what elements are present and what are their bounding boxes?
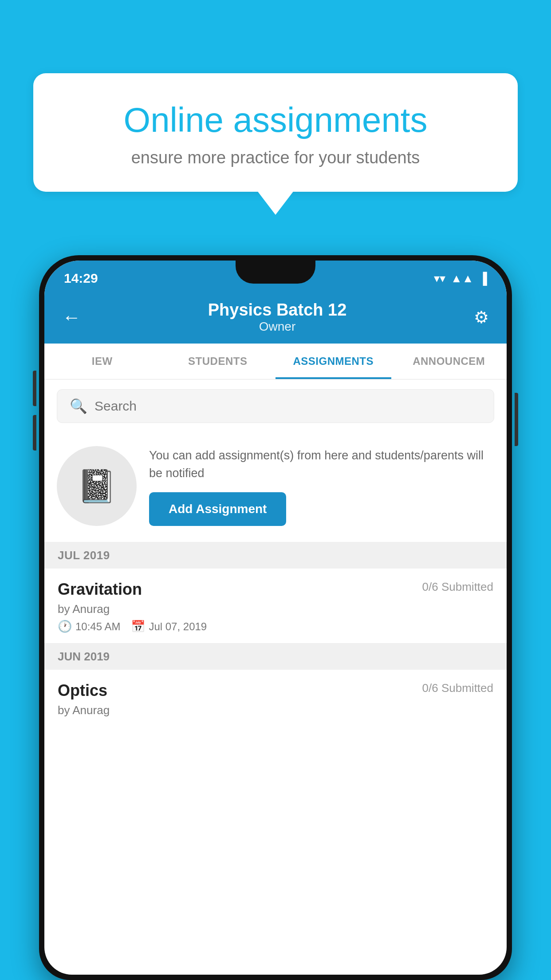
search-icon: 🔍 <box>70 398 87 415</box>
time-value: 10:45 AM <box>75 620 120 633</box>
clock-icon: 🕐 <box>58 620 72 633</box>
wifi-icon: ▾▾ <box>434 272 445 285</box>
battery-icon: ▐ <box>479 272 487 285</box>
volume-up-button[interactable] <box>33 371 36 406</box>
bubble-title: Online assignments <box>64 100 487 140</box>
back-button[interactable]: ← <box>62 307 81 328</box>
tabs-bar: IEW STUDENTS ASSIGNMENTS ANNOUNCEM <box>44 344 507 379</box>
content-area: 🔍 📓 You can add assignment(s) from here … <box>44 379 507 727</box>
phone-screen: 14:29 ▾▾ ▲▲ ▐ ← Physics Batch 12 Owner ⚙… <box>44 261 507 975</box>
assignment-name: Gravitation <box>58 580 142 599</box>
optics-submitted: 0/6 Submitted <box>422 681 493 700</box>
header-subtitle: Owner <box>208 320 347 334</box>
tab-announcements[interactable]: ANNOUNCEM <box>391 344 507 379</box>
power-button[interactable] <box>515 393 518 446</box>
phone-frame: 14:29 ▾▾ ▲▲ ▐ ← Physics Batch 12 Owner ⚙… <box>39 255 512 980</box>
optics-row-top: Optics 0/6 Submitted <box>58 681 493 700</box>
promo-description: You can add assignment(s) from here and … <box>149 447 494 482</box>
status-icons: ▾▾ ▲▲ ▐ <box>434 272 487 285</box>
bubble-subtitle: ensure more practice for your students <box>64 148 487 167</box>
date-value: Jul 07, 2019 <box>149 620 207 633</box>
jun-section-header: JUN 2019 <box>44 644 507 670</box>
optics-name: Optics <box>58 681 107 700</box>
promo-block: 📓 You can add assignment(s) from here an… <box>44 433 507 542</box>
speech-bubble-card: Online assignments ensure more practice … <box>33 73 518 192</box>
assignment-icon-circle: 📓 <box>57 446 137 526</box>
search-bar[interactable]: 🔍 <box>57 389 494 423</box>
volume-down-button[interactable] <box>33 415 36 450</box>
speech-bubble: Online assignments ensure more practice … <box>33 73 518 192</box>
search-bar-wrapper: 🔍 <box>44 379 507 433</box>
gravitation-assignment[interactable]: Gravitation 0/6 Submitted by Anurag 🕐 10… <box>44 569 507 644</box>
add-assignment-button[interactable]: Add Assignment <box>149 492 286 526</box>
signal-icon: ▲▲ <box>451 272 473 285</box>
tab-iew[interactable]: IEW <box>44 344 160 379</box>
optics-assignment[interactable]: Optics 0/6 Submitted by Anurag <box>44 670 507 727</box>
assignment-meta: 🕐 10:45 AM 📅 Jul 07, 2019 <box>58 620 493 633</box>
calendar-icon: 📅 <box>131 620 145 633</box>
header-title: Physics Batch 12 <box>208 300 347 320</box>
phone-notch <box>236 261 315 284</box>
status-time: 14:29 <box>64 271 98 286</box>
assignment-submitted: 0/6 Submitted <box>422 580 493 594</box>
assignment-time: 🕐 10:45 AM <box>58 620 120 633</box>
app-header: ← Physics Batch 12 Owner ⚙ <box>44 292 507 344</box>
settings-icon[interactable]: ⚙ <box>474 308 489 327</box>
assignment-author: by Anurag <box>58 602 493 616</box>
search-input[interactable] <box>94 399 481 414</box>
notebook-icon: 📓 <box>77 467 117 505</box>
tab-students[interactable]: STUDENTS <box>160 344 276 379</box>
tab-assignments[interactable]: ASSIGNMENTS <box>276 344 391 379</box>
header-center: Physics Batch 12 Owner <box>208 300 347 334</box>
jul-section-header: JUL 2019 <box>44 542 507 569</box>
assignment-row-top: Gravitation 0/6 Submitted <box>58 580 493 599</box>
promo-text-side: You can add assignment(s) from here and … <box>149 447 494 526</box>
assignment-date: 📅 Jul 07, 2019 <box>131 620 207 633</box>
optics-author: by Anurag <box>58 703 493 717</box>
